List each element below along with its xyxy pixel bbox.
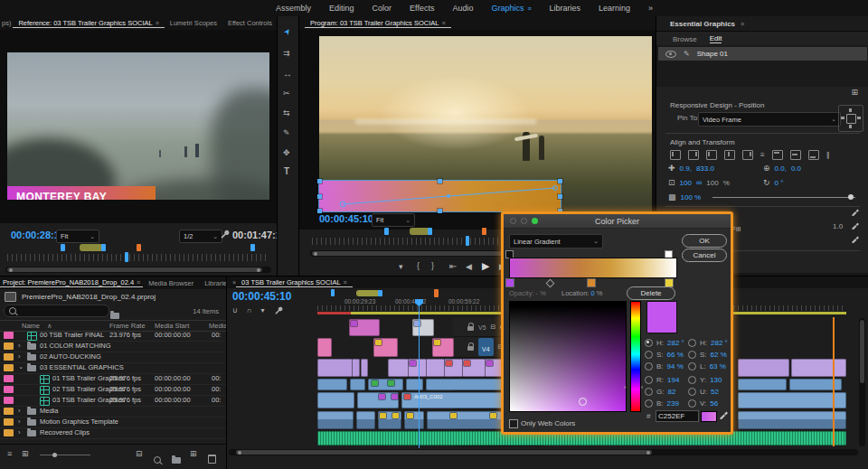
- stroke-width-value[interactable]: 1.0: [833, 222, 843, 230]
- clip-v5[interactable]: [412, 319, 434, 336]
- work-area-marker-blue[interactable]: [331, 289, 335, 296]
- hsb-s-radio[interactable]: [645, 351, 653, 359]
- source-fit-select[interactable]: Fit⌄: [56, 230, 99, 243]
- color-field-cursor[interactable]: [579, 398, 587, 406]
- link-scale-icon[interactable]: ∞: [696, 178, 702, 187]
- workspace-audio[interactable]: Audio: [452, 4, 473, 13]
- stop-midpoint-icon[interactable]: [546, 279, 555, 288]
- clip-v3[interactable]: [791, 359, 846, 377]
- create-proxy-icon[interactable]: [670, 150, 681, 160]
- align-middle-icon[interactable]: [790, 150, 801, 160]
- track-select-tool-icon[interactable]: ⇉: [283, 49, 290, 58]
- in-marker[interactable]: [384, 228, 389, 235]
- shape-handle[interactable]: [558, 194, 562, 199]
- type-tool-icon[interactable]: T: [284, 166, 289, 176]
- dialog-titlebar[interactable]: Color Picker: [504, 214, 731, 229]
- close-traffic-light[interactable]: [510, 218, 516, 224]
- hsb-h-value[interactable]: 282 °: [667, 339, 684, 347]
- shape-handle[interactable]: [438, 209, 442, 213]
- clip-v3[interactable]: [388, 359, 505, 377]
- color-stop-purple[interactable]: [505, 278, 514, 287]
- cancel-button[interactable]: Cancel: [682, 249, 727, 262]
- timeline-settings-wrench-icon[interactable]: [274, 305, 283, 314]
- clip-v2[interactable]: [406, 379, 423, 390]
- column-frame-rate[interactable]: Frame Rate: [109, 322, 146, 330]
- distribute-v-icon[interactable]: ∥: [826, 151, 830, 159]
- scale-linked-value[interactable]: 100: [706, 179, 718, 187]
- shape-handle[interactable]: [317, 194, 322, 199]
- snap-icon[interactable]: ∪: [232, 306, 238, 314]
- thumbnail-zoom-slider[interactable]: [40, 455, 90, 455]
- shape-handle[interactable]: [558, 179, 562, 183]
- hsb-b-radio[interactable]: [645, 362, 653, 371]
- clip-v1[interactable]: [738, 392, 846, 408]
- tab-fragment[interactable]: ps): [0, 19, 13, 27]
- hue-slider[interactable]: [630, 301, 641, 412]
- tab-project[interactable]: Project: PremierePro_NAB2018_Drop_02.4 ≡: [0, 278, 143, 287]
- clip-v2[interactable]: [350, 379, 365, 390]
- column-media[interactable]: Media: [209, 322, 227, 330]
- position-x-value[interactable]: 0.9,: [680, 164, 692, 173]
- position-y-value[interactable]: 833.0: [696, 164, 714, 173]
- program-fit-select[interactable]: Fit⌄: [372, 213, 415, 227]
- yuv-v-radio[interactable]: [688, 399, 696, 408]
- find-icon[interactable]: [154, 451, 161, 467]
- clip-v5[interactable]: [349, 319, 380, 336]
- clip-v1[interactable]: A003_C002: [401, 392, 505, 408]
- clip-v2[interactable]: [426, 379, 505, 390]
- mini-gradient-swatch[interactable]: [701, 411, 717, 422]
- source-ruler[interactable]: [7, 254, 269, 261]
- minimize-traffic-light[interactable]: [521, 218, 527, 224]
- edit-pen-icon[interactable]: ✎: [684, 50, 690, 58]
- anchor-y-value[interactable]: 0.0: [791, 164, 801, 173]
- clip-v4[interactable]: [317, 338, 332, 357]
- work-area-bar[interactable]: [356, 290, 380, 296]
- sequence-marker-orange[interactable]: [482, 228, 486, 235]
- panel-menu-icon[interactable]: ≡: [344, 279, 347, 286]
- hsl-s-value[interactable]: 62 %: [711, 351, 727, 359]
- new-item-icon[interactable]: ⊞: [190, 449, 197, 458]
- clip-v4[interactable]: [373, 338, 398, 357]
- shadow-eyedropper-icon[interactable]: [851, 234, 860, 243]
- in-marker[interactable]: [61, 244, 65, 251]
- project-file-name[interactable]: PremierePro_NAB2018_Drop_02.4.prproj: [22, 293, 156, 301]
- go-to-in-icon[interactable]: ⇤: [449, 261, 457, 271]
- opacity-slider[interactable]: [712, 197, 855, 198]
- shape-handle[interactable]: [317, 179, 322, 183]
- timeline-playhead[interactable]: [419, 299, 420, 448]
- rotation-value[interactable]: 0 °: [775, 179, 784, 187]
- hsl-l-value[interactable]: 63 %: [710, 362, 726, 371]
- workspace-editing[interactable]: Editing: [329, 4, 354, 13]
- hsb-h-radio[interactable]: [645, 339, 653, 347]
- icon-view-icon[interactable]: ⊞: [22, 449, 29, 458]
- yuv-y-radio[interactable]: [688, 376, 696, 384]
- work-area-end[interactable]: [428, 228, 432, 235]
- clip-a1[interactable]: [427, 411, 505, 429]
- workspace-graphics[interactable]: Graphics: [491, 4, 524, 13]
- program-playhead[interactable]: [466, 236, 469, 246]
- track-label[interactable]: V5: [478, 324, 486, 331]
- selection-tool-icon[interactable]: ➤: [282, 26, 294, 37]
- align-left-icon[interactable]: [706, 150, 717, 160]
- distribute-h-icon[interactable]: ≡: [760, 151, 765, 159]
- source-scrollbar[interactable]: [5, 267, 271, 273]
- timeline-timecode[interactable]: 00:00:45:10: [232, 290, 291, 303]
- clip-a1[interactable]: [738, 411, 846, 429]
- clip-v2[interactable]: [738, 379, 787, 390]
- tab-effect-controls[interactable]: Effect Controls: [222, 19, 277, 27]
- fill-eyedropper-icon[interactable]: [851, 207, 860, 216]
- panel-menu-icon[interactable]: ≡: [741, 21, 744, 27]
- razor-tool-icon[interactable]: ✂: [283, 89, 290, 98]
- hsl-s-radio[interactable]: [688, 351, 696, 359]
- hsb-s-value[interactable]: 66 %: [667, 351, 684, 359]
- hsb-b-value[interactable]: 94 %: [667, 362, 684, 371]
- add-marker-icon[interactable]: ▾: [261, 306, 265, 314]
- tab-program[interactable]: Program: 03 TSB Trailer Graphics SOCIAL …: [305, 19, 451, 28]
- tab-reference[interactable]: Reference: 03 TSB Trailer Graphics SOCIA…: [13, 19, 164, 28]
- timeline-vscrollbar[interactable]: [859, 318, 865, 446]
- align-right-icon[interactable]: [742, 150, 753, 160]
- tab-libraries[interactable]: Libraries: [199, 279, 226, 287]
- yuv-u-value[interactable]: 52: [711, 388, 719, 396]
- clip-v2[interactable]: [317, 379, 347, 390]
- rgb-g-radio[interactable]: [645, 388, 653, 396]
